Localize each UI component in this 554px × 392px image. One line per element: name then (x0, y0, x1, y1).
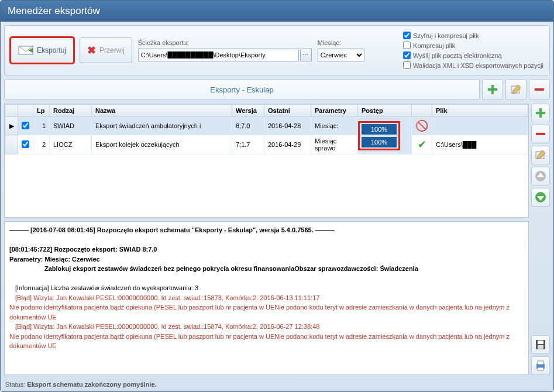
log-error: Nie podano identyfikatora pacjenta bądź … (9, 302, 524, 322)
table-row[interactable]: 2LIOCZEksport kolejek oczekujących7;1.72… (5, 135, 528, 154)
remove-row-button[interactable] (531, 125, 550, 143)
svg-rect-12 (538, 341, 543, 344)
arrow-down-icon (534, 191, 547, 204)
options-checkboxes: Szyfruj i kompresuj plik Kompresuj plik … (403, 32, 543, 69)
print-log-button[interactable] (531, 356, 550, 375)
svg-rect-16 (538, 367, 543, 370)
schema-bar: Eksporty - Eskulap (4, 79, 550, 100)
status-bar: Status: Eksport schematu zakończony pomy… (4, 379, 550, 388)
month-label: Miesiąc: (318, 39, 364, 46)
grid-side-buttons (531, 104, 550, 218)
envelope-icon (18, 44, 33, 56)
svg-rect-2 (488, 88, 497, 91)
cross-icon: ✖ (87, 44, 96, 57)
arrow-up-icon (534, 170, 547, 183)
add-row-button[interactable] (531, 104, 550, 122)
print-icon (534, 359, 547, 372)
save-icon (534, 338, 547, 351)
plus-icon (486, 83, 499, 96)
edit-icon (534, 149, 547, 161)
log-panel[interactable]: ——— [2016-07-08 08:01:45] Rozpoczęto eks… (4, 221, 529, 375)
svg-rect-15 (538, 361, 543, 365)
svg-rect-7 (536, 133, 545, 135)
remove-schema-button[interactable] (529, 79, 550, 100)
log-line: [08:01:45:722] Rozpoczęto eksport: SWIAD… (9, 246, 157, 253)
row-checkbox[interactable] (22, 140, 29, 148)
path-label: Ścieżka eksportu: (138, 39, 312, 46)
table-row[interactable]: ▶1SWIADEksport świadczeń ambulatoryjnych… (5, 117, 528, 135)
check-compress-box[interactable] (403, 42, 411, 49)
export-path-group: Ścieżka eksportu: … (138, 39, 312, 61)
export-grid[interactable]: Lp Rodzaj Nazwa Wersja Ostatni Parametry… (4, 104, 529, 218)
main-toolbar: Eksportuj ✖ Przerwij Ścieżka eksportu: …… (4, 25, 550, 75)
check-encrypt-box[interactable] (403, 32, 411, 39)
export-button[interactable]: Eksportuj (11, 37, 74, 63)
svg-rect-13 (538, 345, 543, 349)
month-group: Miesiąc: Czerwiec (318, 39, 364, 61)
forbid-icon: 🚫 (415, 120, 428, 132)
month-select[interactable]: Czerwiec (318, 49, 364, 61)
window-title: Menedżer eksportów (1, 1, 553, 22)
edit-row-button[interactable] (531, 146, 550, 164)
export-button-label: Eksportuj (37, 46, 66, 54)
progress-bar: 100% (362, 137, 397, 147)
check-encrypt[interactable]: Szyfruj i kompresuj plik (403, 32, 543, 39)
log-line: Parametry: Miesiąc: Czerwiec (9, 256, 100, 263)
log-header: ——— [2016-07-08 08:01:45] Rozpoczęto eks… (9, 226, 335, 233)
svg-rect-6 (536, 112, 545, 114)
save-log-button[interactable] (531, 335, 550, 354)
check-email[interactable]: Wyślij plik pocztą elektroniczną (403, 51, 543, 59)
log-error: [Błąd] Wizyta: Jan Kowalski PESEL:000000… (9, 293, 524, 303)
log-error: [Błąd] Wizyta: Jan Kowalski PESEL:000000… (9, 322, 524, 332)
check-icon: ✔ (418, 139, 426, 150)
schema-name[interactable]: Eksporty - Eskulap (4, 79, 480, 100)
grid-header-row: Lp Rodzaj Nazwa Wersja Ostatni Parametry… (5, 105, 528, 117)
move-down-button[interactable] (531, 188, 550, 207)
check-validate-box[interactable] (403, 61, 411, 69)
add-schema-button[interactable] (482, 79, 503, 100)
plus-icon (534, 106, 547, 119)
check-validate[interactable]: Walidacja XML i XSD eksportowanych pozyc… (403, 61, 543, 69)
check-email-box[interactable] (403, 51, 411, 59)
log-info: [Informacja] Liczba zestawów świadczeń d… (9, 283, 524, 293)
log-error: Nie podano identyfikatora pacjenta bądź … (9, 332, 524, 351)
export-path-input[interactable] (138, 49, 299, 61)
svg-rect-4 (535, 88, 544, 91)
log-side-buttons (531, 221, 550, 375)
row-checkbox[interactable] (22, 122, 29, 129)
cancel-button-label: Przerwij (99, 46, 125, 54)
cancel-button[interactable]: ✖ Przerwij (80, 37, 132, 63)
move-up-button[interactable] (531, 167, 550, 185)
minus-icon (534, 128, 547, 140)
minus-icon (533, 83, 546, 96)
edit-icon (510, 83, 522, 96)
check-compress[interactable]: Kompresuj plik (403, 42, 543, 49)
edit-schema-button[interactable] (505, 79, 527, 100)
log-line: Zablokuj eksport zestawów świadczeń bez … (44, 265, 418, 272)
progress-bar: 100% (362, 124, 397, 135)
browse-button[interactable]: … (300, 49, 312, 61)
